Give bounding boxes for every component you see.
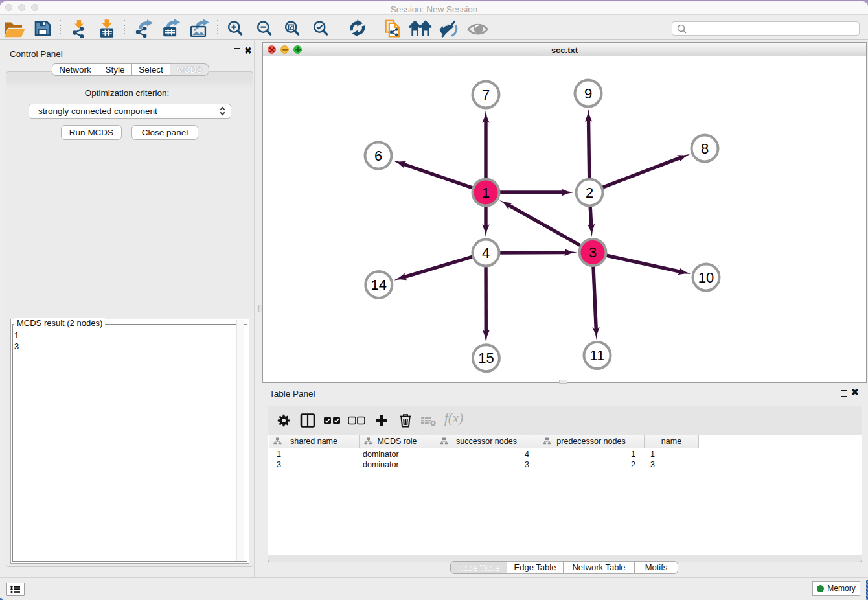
svg-text:8: 8 — [701, 141, 709, 157]
svg-text:3: 3 — [589, 244, 597, 260]
svg-text:2: 2 — [586, 185, 593, 201]
svg-text:6: 6 — [374, 148, 382, 164]
svg-text:11: 11 — [590, 347, 605, 363]
svg-text:15: 15 — [478, 350, 494, 366]
svg-text:14: 14 — [371, 277, 387, 293]
svg-text:9: 9 — [584, 86, 592, 102]
svg-text:4: 4 — [482, 245, 490, 261]
svg-text:10: 10 — [698, 270, 714, 286]
svg-text:7: 7 — [482, 87, 490, 103]
svg-text:1: 1 — [482, 185, 490, 201]
